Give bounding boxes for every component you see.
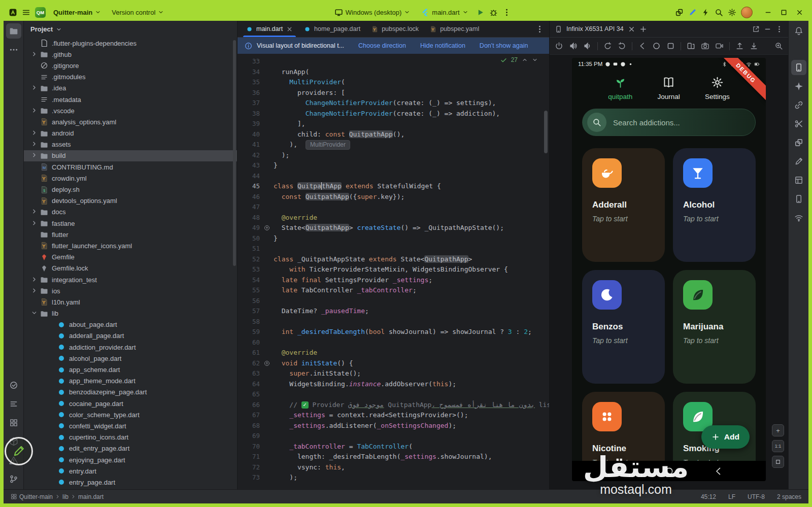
add-fab-button[interactable]: Add xyxy=(701,425,750,449)
tree-chevron[interactable] xyxy=(31,220,40,227)
tree-item[interactable]: color_scheme_type.dart xyxy=(24,409,237,420)
line-separator[interactable]: LF xyxy=(728,493,735,500)
close-button[interactable] xyxy=(796,9,803,16)
code-line[interactable]: 50} xyxy=(238,233,549,244)
addiction-card-Alcohol[interactable]: AlcoholTap to start xyxy=(673,148,756,262)
tool-version-control[interactable] xyxy=(6,471,21,487)
code-editor[interactable]: 27 3334 runApp(35 MultiProvider(36 provi… xyxy=(238,54,549,489)
device-camera-button[interactable] xyxy=(701,42,709,50)
tree-item[interactable]: MCONTRIBUTING.md xyxy=(24,161,237,173)
device-rotl-button[interactable] xyxy=(603,42,612,50)
code-line[interactable]: 47 xyxy=(238,202,549,213)
app-tab-Journal[interactable]: Journal xyxy=(657,76,680,100)
tree-item[interactable]: $deploy.sh xyxy=(24,184,237,195)
tool-running-devices[interactable] xyxy=(791,60,806,75)
code-line[interactable]: 65 xyxy=(238,389,549,400)
code-line[interactable]: 66 // ✓ Provider موجود فوق QuitpathApp، … xyxy=(238,400,549,411)
device-upload-button[interactable] xyxy=(735,42,744,50)
panel-options-icon[interactable] xyxy=(775,25,783,33)
settings-icon[interactable] xyxy=(728,8,736,17)
code-line[interactable]: 52class _QuitpathAppState extends State<… xyxy=(238,254,549,265)
tree-item[interactable]: Gemfile.lock xyxy=(24,263,237,274)
addiction-card-Marijuana[interactable]: MarijuanaTap to start xyxy=(673,270,756,384)
project-selector[interactable]: Quitter-main xyxy=(50,7,104,18)
code-line[interactable]: 42 ); xyxy=(238,150,549,161)
code-line[interactable]: 41 ),MultiProvider xyxy=(238,140,549,150)
banner-link[interactable]: Hide notification xyxy=(420,42,465,49)
tree-item[interactable]: cupertino_icons.dart xyxy=(24,432,237,443)
more-run-actions-icon[interactable] xyxy=(502,8,511,17)
editor-scrollbar[interactable] xyxy=(544,111,548,153)
tree-item[interactable]: adderall_page.dart xyxy=(24,330,237,342)
tree-item[interactable]: app_scheme.dart xyxy=(24,364,237,375)
device-volup-button[interactable] xyxy=(569,42,578,50)
code-line[interactable]: 68 _settings.addListener(_onSettingsChan… xyxy=(238,421,549,431)
code-line[interactable]: 45class QuitpathApp extends StatefulWidg… xyxy=(238,181,549,192)
tree-item[interactable]: addiction_provider.dart xyxy=(24,342,237,353)
ai-pen-icon[interactable] xyxy=(688,8,697,17)
vcs-selector[interactable]: Version control xyxy=(109,7,167,18)
device-record-button[interactable] xyxy=(715,42,724,50)
code-line[interactable]: 57 DateTime? _pausedTime; xyxy=(238,306,549,317)
run-button[interactable] xyxy=(476,8,485,17)
tool-dart-analysis[interactable] xyxy=(6,378,21,393)
editor-tab-pubspec.yaml[interactable]: pubspec.yaml xyxy=(424,21,485,37)
device-download-button[interactable] xyxy=(750,42,758,50)
device-navsquare-button[interactable] xyxy=(666,42,675,50)
code-line[interactable]: 56 xyxy=(238,296,549,307)
maximize-button[interactable] xyxy=(780,9,788,16)
debug-button[interactable] xyxy=(489,8,498,17)
tree-chevron[interactable] xyxy=(31,208,40,216)
editor-tab-pubspec.lock[interactable]: pubspec.lock xyxy=(366,21,424,37)
code-line[interactable]: 62 void initState() { xyxy=(238,358,549,369)
search-bar[interactable]: Search addictions... xyxy=(582,109,756,136)
tree-item[interactable]: .flutter-plugins-dependencies xyxy=(24,38,237,49)
tree-item[interactable]: l10n.yaml xyxy=(24,296,237,308)
tree-chevron[interactable] xyxy=(31,84,40,92)
editor-tab-main.dart[interactable]: main.dart xyxy=(241,21,298,37)
tree-item[interactable]: confetti_widget.dart xyxy=(24,420,237,431)
tree-chevron[interactable] xyxy=(31,276,40,284)
code-line[interactable]: 34 runApp( xyxy=(238,67,549,78)
file-encoding[interactable]: UTF-8 xyxy=(748,493,765,500)
device-fold-button[interactable] xyxy=(687,42,695,50)
tree-item[interactable]: assets xyxy=(24,139,237,150)
tool-project-view[interactable] xyxy=(6,23,21,39)
tree-chevron[interactable] xyxy=(31,310,40,317)
tree-item[interactable]: .vscode xyxy=(24,105,237,116)
tree-item[interactable]: docs xyxy=(24,207,237,218)
tree-item[interactable]: app_theme_mode.dart xyxy=(24,376,237,387)
target-device-selector[interactable]: Windows (desktop) xyxy=(331,7,414,18)
tree-item[interactable]: flutter_launcher_icons.yaml xyxy=(24,240,237,251)
code-line[interactable]: 40 child: const QuitpathApp(), xyxy=(238,129,549,140)
code-line[interactable]: 38 ChangeNotifierProvider(create: (_) =>… xyxy=(238,109,549,119)
device-rotr-button[interactable] xyxy=(618,42,626,50)
code-line[interactable]: 46 const QuitpathApp({super.key}); xyxy=(238,192,549,202)
minimize-button[interactable] xyxy=(764,9,772,16)
device-tab-label[interactable]: Infinix X6531 API 34 xyxy=(566,25,624,32)
code-line[interactable]: 73 ); xyxy=(238,472,549,483)
app-tab-quitpath[interactable]: quitpath xyxy=(608,76,632,100)
tree-item[interactable]: flutter xyxy=(24,229,237,240)
device-power-button[interactable] xyxy=(555,42,563,50)
tree-item[interactable]: crowdin.yml xyxy=(24,173,237,184)
code-line[interactable]: 53 with TickerProviderStateMixin, Widget… xyxy=(238,264,549,275)
tree-chevron[interactable] xyxy=(31,107,40,115)
tree-item[interactable]: benzodiazepine_page.dart xyxy=(24,387,237,398)
editor-tab-home_page.dart[interactable]: home_page.dart xyxy=(298,21,366,37)
tree-item[interactable]: .gitmodules xyxy=(24,72,237,83)
inspections-widget[interactable]: 27 xyxy=(500,56,538,63)
tree-item[interactable]: about_page.dart xyxy=(24,319,237,330)
tree-item[interactable]: entry.dart xyxy=(24,465,237,477)
addiction-card-Adderall[interactable]: AdderallTap to start xyxy=(582,148,665,262)
code-line[interactable]: 44 xyxy=(238,171,549,182)
code-line[interactable]: 49 State<QuitpathApp> createState() => _… xyxy=(238,223,549,233)
tool-app-quality-insights[interactable] xyxy=(791,116,806,131)
hide-panel-icon[interactable] xyxy=(764,25,771,33)
zoom-fit-button[interactable] xyxy=(772,456,784,468)
tool-structure[interactable] xyxy=(6,396,21,412)
nav-recent-button[interactable] xyxy=(615,466,624,476)
app-tab-Settings[interactable]: Settings xyxy=(705,76,730,100)
run-config-selector[interactable]: main.dart xyxy=(418,7,471,18)
code-line[interactable]: 55 late TabController _tabController; xyxy=(238,285,549,296)
